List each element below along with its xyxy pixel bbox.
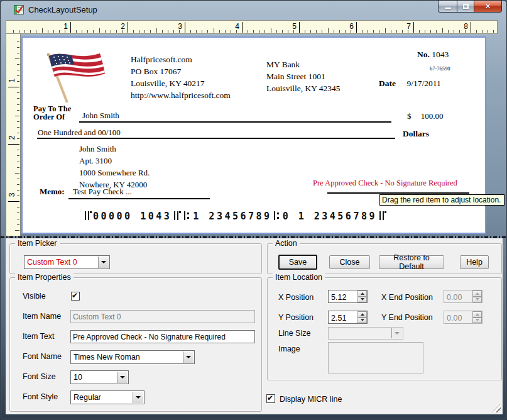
y-end-position-value: [444, 311, 474, 324]
minimize-icon: [445, 8, 451, 9]
item-picker-dropdown-button[interactable]: [98, 257, 109, 268]
spin-up-icon[interactable]: [357, 311, 367, 318]
payee-name: John Smith: [82, 111, 119, 121]
spin-up-icon[interactable]: [357, 290, 367, 297]
fraction-code: 67-76590: [430, 65, 450, 72]
line-size-dropdown-button: [391, 328, 402, 338]
y-position-value[interactable]: [329, 311, 359, 324]
font-size-label: Font Size: [23, 372, 56, 381]
x-position-value[interactable]: [329, 290, 359, 303]
item-name-label: Item Name: [23, 312, 61, 321]
micr-line: 00000 10431 234567890 1 23456789: [82, 211, 388, 221]
app-icon: [14, 5, 24, 14]
chevron-down-icon: [186, 356, 191, 358]
bank-address: MY Bank Main Street 1001 Louisville, KY …: [266, 58, 341, 94]
font-size-dropdown-button[interactable]: [117, 372, 128, 383]
payee-underline: [79, 121, 391, 123]
spin-down-icon[interactable]: [357, 318, 367, 324]
item-name-field: [70, 310, 255, 323]
item-picker-group-label: Item Picker: [15, 239, 60, 248]
visible-label: Visible: [23, 292, 46, 301]
resize-grip-icon[interactable]: [492, 404, 501, 412]
app-window: CheckLayoutSetup ✕ 12345678 123: [0, 0, 507, 420]
chevron-down-icon: [120, 376, 125, 379]
item-location-group-label: Item Location: [273, 273, 325, 282]
font-style-dropdown-button[interactable]: [133, 392, 143, 403]
display-micr-label: Display MICR line: [280, 395, 342, 404]
line-size-combobox: [328, 327, 403, 340]
x-end-position-value: [444, 290, 474, 303]
visible-checkbox[interactable]: [71, 292, 80, 301]
payee-address-line: John Smith: [79, 143, 150, 155]
title-bar[interactable]: CheckLayoutSetup ✕: [1, 1, 506, 19]
check-number-value: 1043: [432, 50, 449, 59]
line-size-label: Line Size: [278, 329, 310, 338]
amount-words-underline: [37, 138, 395, 139]
company-address: Halfpricesoft.com PO Box 17067 Louisvill…: [131, 53, 231, 101]
font-size-combobox[interactable]: 10: [70, 370, 129, 384]
caption-buttons: ✕: [438, 1, 502, 13]
memo-label: Memo:: [40, 187, 65, 197]
minimize-button[interactable]: [438, 1, 457, 13]
settings-panel: Item Picker Custom Text 0 Action Save Cl…: [6, 238, 503, 414]
amount-words: One Hundred and 00/100: [38, 128, 121, 138]
flag-image: [38, 48, 111, 105]
font-style-combobox[interactable]: Regular: [70, 390, 144, 404]
close-icon: ✕: [484, 2, 491, 11]
image-box: [328, 342, 423, 373]
spin-up-icon: [472, 311, 482, 318]
display-micr-checkbox[interactable]: [266, 394, 275, 403]
y-end-position-spinner: [444, 311, 482, 324]
font-size-value: 10: [74, 373, 82, 382]
help-button[interactable]: Help: [460, 255, 489, 269]
memo-underline: [68, 198, 210, 199]
save-button[interactable]: Save: [278, 255, 317, 270]
v-ruler: 123: [6, 34, 21, 236]
check-number-label: No.: [417, 50, 430, 59]
y-position-spinner[interactable]: [328, 311, 368, 324]
drag-tooltip: Drag the red item to adjust location.: [379, 194, 504, 206]
font-name-dropdown-button[interactable]: [183, 351, 194, 363]
close-button[interactable]: ✕: [474, 1, 502, 13]
memo-value: Test Pay Check ...: [73, 187, 132, 197]
spin-down-icon[interactable]: [357, 297, 367, 303]
pay-to-label: Pay To The Order Of: [33, 105, 71, 121]
amount-line: $ 100.00: [407, 111, 444, 121]
x-position-spinner[interactable]: [328, 290, 368, 303]
date-line: Date 9/17/2011: [379, 79, 441, 89]
item-picker-value: Custom Text 0: [27, 258, 77, 267]
signature-line: [327, 192, 469, 194]
dollars-label: Dollars: [403, 129, 429, 139]
bank-line: Louisville, KY 42345: [266, 82, 341, 94]
company-line: Halfpricesoft.com: [131, 53, 231, 65]
perforation-line: [1, 236, 507, 238]
chevron-down-icon: [136, 396, 141, 399]
date-label: Date: [379, 79, 396, 88]
item-text-field[interactable]: [70, 330, 255, 343]
item-picker-group: Item Picker Custom Text 0: [9, 243, 262, 274]
h-ruler: 12345678: [6, 20, 498, 34]
maximize-icon: [463, 4, 469, 9]
company-line: Louisville, KY 40217: [131, 77, 231, 89]
x-position-label: X Position: [278, 293, 313, 302]
restore-to-default-button[interactable]: Restore to Default: [379, 255, 444, 269]
font-name-combobox[interactable]: Times New Roman: [70, 350, 195, 364]
font-style-label: Font Style: [23, 392, 58, 401]
window-title: CheckLayoutSetup: [28, 5, 97, 14]
y-position-label: Y Position: [278, 313, 313, 322]
y-end-position-label: Y End Position: [381, 313, 433, 322]
payee-address-line: 1000 Somewhere Rd.: [79, 167, 150, 179]
custom-text-item[interactable]: Pre Approved Check - No Signature Requir…: [313, 179, 457, 188]
x-end-position-spinner: [444, 290, 482, 303]
maximize-button[interactable]: [457, 1, 474, 13]
x-end-position-label: X End Position: [381, 293, 433, 302]
date-value: 9/17/2011: [406, 79, 440, 88]
company-line: PO Box 17067: [131, 65, 231, 77]
item-picker-combobox[interactable]: Custom Text 0: [24, 255, 110, 269]
payee-address-line: Apt. 3100: [79, 155, 150, 167]
item-properties-group-label: Item Properties: [15, 273, 74, 282]
chevron-down-icon: [101, 261, 106, 263]
spin-up-icon: [472, 290, 482, 297]
close-action-button[interactable]: Close: [329, 255, 370, 269]
bank-line: Main Street 1001: [266, 70, 341, 82]
